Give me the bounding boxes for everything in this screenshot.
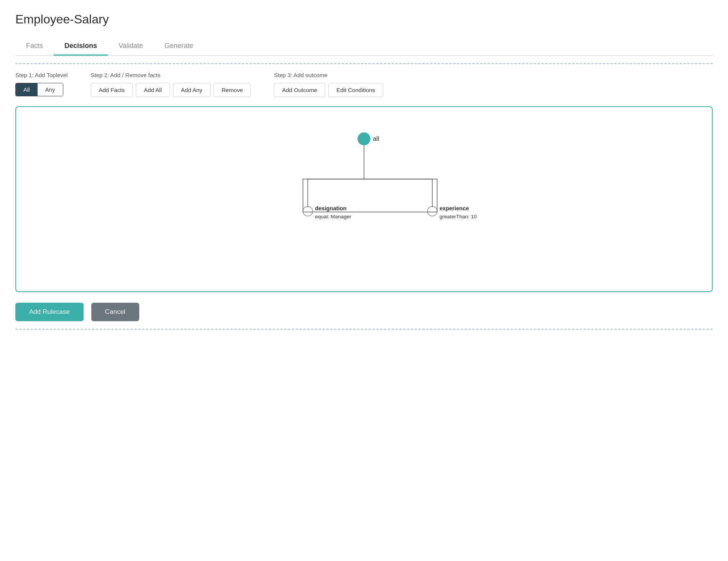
steps-row: Step 1: Add Toplevel All Any Step 2: Add… [15, 72, 713, 97]
top-separator [15, 63, 713, 64]
step2-buttons: Add Facts Add All Add Any Remove [91, 83, 251, 97]
step1: Step 1: Add Toplevel All Any [15, 72, 68, 96]
page-title: Employee-Salary [15, 12, 713, 26]
tab-facts[interactable]: Facts [15, 37, 54, 56]
add-outcome-button[interactable]: Add Outcome [274, 83, 325, 97]
tab-generate[interactable]: Generate [154, 37, 204, 56]
add-any-button[interactable]: Add Any [173, 83, 211, 97]
action-row: Add Rulecase Cancel [15, 303, 713, 321]
toggle-any-button[interactable]: Any [38, 83, 63, 96]
experience-condition: greaterThan: 10 [440, 214, 477, 219]
experience-node-circle[interactable] [428, 206, 437, 216]
designation-condition: equal: Manager [315, 214, 351, 219]
all-any-toggle: All Any [15, 83, 63, 96]
step2: Step 2: Add / Remove facts Add Facts Add… [91, 72, 251, 97]
step3: Step 3: Add outcome Add Outcome Edit Con… [274, 72, 383, 97]
tab-bar: Facts Decisions Validate Generate [15, 37, 713, 56]
step1-buttons: All Any [15, 83, 68, 96]
add-all-button[interactable]: Add All [136, 83, 170, 97]
experience-label: experience [440, 205, 469, 211]
add-rulecase-button[interactable]: Add Rulecase [15, 303, 84, 321]
tab-decisions[interactable]: Decisions [54, 37, 108, 56]
edit-conditions-button[interactable]: Edit Conditions [328, 83, 383, 97]
designation-label: designation [315, 205, 346, 211]
tab-validate[interactable]: Validate [108, 37, 154, 56]
tree-diagram: all designation equal: Manager experienc… [15, 106, 713, 292]
root-label: all [373, 135, 379, 142]
root-node-circle[interactable] [357, 132, 371, 145]
toggle-all-button[interactable]: All [16, 83, 38, 96]
step2-label: Step 2: Add / Remove facts [91, 72, 251, 78]
add-facts-button[interactable]: Add Facts [91, 83, 133, 97]
tree-svg: all designation equal: Manager experienc… [24, 115, 704, 284]
cancel-button[interactable]: Cancel [91, 303, 139, 321]
designation-node-circle[interactable] [303, 206, 313, 216]
step3-buttons: Add Outcome Edit Conditions [274, 83, 383, 97]
remove-button[interactable]: Remove [214, 83, 251, 97]
step1-label: Step 1: Add Toplevel [15, 72, 68, 78]
step3-label: Step 3: Add outcome [274, 72, 383, 78]
bottom-separator [15, 329, 713, 330]
